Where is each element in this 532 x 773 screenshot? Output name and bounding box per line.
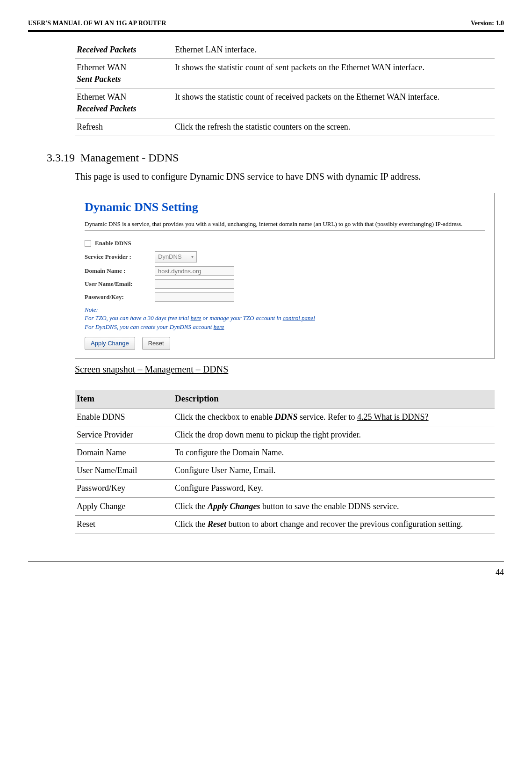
- note-text: For DynDNS, you can create your DynDNS a…: [85, 323, 214, 330]
- reset-button[interactable]: Reset: [142, 337, 170, 350]
- stats-row-desc: It shows the statistic count of received…: [173, 88, 495, 118]
- description-table: Item Description Enable DDNS Click the c…: [75, 390, 495, 533]
- item-cell: User Name/Email: [75, 462, 173, 480]
- screenshot-description: Dynamic DNS is a service, that provides …: [85, 220, 485, 231]
- table-row: Domain Name To configure the Domain Name…: [75, 444, 495, 461]
- user-name-row: User Name/Email:: [85, 279, 485, 289]
- table-row: Apply Change Click the Apply Changes but…: [75, 497, 495, 515]
- enable-ddns-label: Enable DDNS: [95, 239, 131, 248]
- footer-rule: [28, 562, 504, 562]
- stats-row-label: Ethernet WAN Received Packets: [75, 88, 173, 118]
- stats-row-label: Refresh: [75, 118, 173, 136]
- stats-row-desc: Click the refresh the statistic counters…: [173, 118, 495, 136]
- stats-row-desc: Ethernet LAN interface.: [173, 41, 495, 59]
- desc-bold: Reset: [208, 519, 226, 529]
- domain-name-label: Domain Name :: [85, 267, 155, 275]
- desc-cell: Configure User Name, Email.: [173, 462, 495, 480]
- password-row: Password/Key:: [85, 292, 485, 302]
- desc-bold: Apply Changes: [208, 502, 260, 511]
- desc-cell: Click the Reset button to abort change a…: [173, 515, 495, 533]
- page-number: 44: [28, 567, 504, 578]
- user-name-input[interactable]: [155, 279, 234, 289]
- desc-text: Click the: [175, 519, 208, 529]
- desc-bold: DDNS: [274, 412, 297, 422]
- header-right: Version: 1.0: [471, 19, 504, 28]
- desc-cell: Click the drop down menu to pickup the r…: [173, 426, 495, 444]
- service-provider-select[interactable]: DynDNS ▾: [155, 251, 197, 263]
- desc-cell: Click the checkbox to enable DDNS servic…: [173, 408, 495, 426]
- table-row: Password/Key Configure Password, Key.: [75, 480, 495, 497]
- table-row: User Name/Email Configure User Name, Ema…: [75, 462, 495, 480]
- desc-text: button to save the enable DDNS service.: [260, 502, 399, 511]
- dyndns-here-link[interactable]: here: [214, 323, 224, 330]
- section-number: 3.3.19: [47, 152, 75, 164]
- label-sub: Received Packets: [77, 104, 136, 113]
- what-is-ddns-link[interactable]: 4.25 What is DDNS?: [357, 412, 429, 422]
- item-cell: Domain Name: [75, 444, 173, 461]
- section-title: Management - DDNS: [80, 152, 179, 164]
- stats-row-label: Received Packets: [75, 41, 173, 59]
- screenshot-caption: Screen snapshot – Management – DDNS: [75, 363, 495, 376]
- user-name-label: User Name/Email:: [85, 280, 155, 288]
- item-cell: Enable DDNS: [75, 408, 173, 426]
- domain-name-input[interactable]: [155, 266, 234, 276]
- note-block: Note: For TZO, you can have a 30 days fr…: [85, 306, 485, 331]
- desc-header-description: Description: [173, 390, 495, 408]
- domain-name-row: Domain Name :: [85, 266, 485, 276]
- label-sub: Sent Packets: [77, 74, 121, 84]
- note-text: or manage your TZO account in: [201, 314, 282, 321]
- service-provider-row: Service Provider : DynDNS ▾: [85, 251, 485, 263]
- select-value: DynDNS: [158, 253, 182, 261]
- desc-cell: Click the Apply Changes button to save t…: [173, 497, 495, 515]
- item-cell: Apply Change: [75, 497, 173, 515]
- label-text: Received Packets: [77, 45, 136, 54]
- password-input[interactable]: [155, 292, 234, 302]
- desc-cell: Configure Password, Key.: [173, 480, 495, 497]
- desc-header-item: Item: [75, 390, 173, 408]
- service-provider-label: Service Provider :: [85, 253, 155, 261]
- desc-text: Click the: [175, 502, 208, 511]
- enable-ddns-checkbox[interactable]: [85, 240, 91, 247]
- item-cell: Service Provider: [75, 426, 173, 444]
- table-row: Reset Click the Reset button to abort ch…: [75, 515, 495, 533]
- apply-change-button[interactable]: Apply Change: [85, 337, 135, 350]
- stats-row-label: Ethernet WAN Sent Packets: [75, 58, 173, 88]
- stats-table: Received Packets Ethernet LAN interface.…: [75, 41, 495, 136]
- desc-text: service. Refer to: [297, 412, 357, 422]
- table-row: Service Provider Click the drop down men…: [75, 426, 495, 444]
- password-label: Password/Key:: [85, 293, 155, 301]
- section-heading: 3.3.19 Management - DDNS: [47, 150, 504, 166]
- header-rule: [28, 30, 504, 32]
- desc-cell: To configure the Domain Name.: [173, 444, 495, 461]
- note-head: Note:: [85, 306, 98, 313]
- button-row: Apply Change Reset: [85, 337, 485, 350]
- desc-text: Click the checkbox to enable: [175, 412, 274, 422]
- note-text: For TZO, you can have a 30 days free tri…: [85, 314, 191, 321]
- chevron-down-icon: ▾: [191, 254, 194, 260]
- item-cell: Reset: [75, 515, 173, 533]
- tzo-control-panel-link[interactable]: control panel: [283, 314, 315, 321]
- stats-row-desc: It shows the statistic count of sent pac…: [173, 58, 495, 88]
- header-left: USER'S MANUAL OF WLAN 11G AP ROUTER: [28, 19, 166, 28]
- screenshot-title: Dynamic DNS Setting: [85, 199, 485, 216]
- page-header: USER'S MANUAL OF WLAN 11G AP ROUTER Vers…: [28, 19, 504, 28]
- section-body: This page is used to configure Dynamic D…: [75, 169, 485, 183]
- label-text: Ethernet WAN: [77, 63, 126, 72]
- enable-ddns-row: Enable DDNS: [85, 239, 485, 248]
- ddns-screenshot: Dynamic DNS Setting Dynamic DNS is a ser…: [75, 193, 495, 359]
- desc-text: button to abort change and recover the p…: [226, 519, 463, 529]
- label-text: Ethernet WAN: [77, 92, 126, 102]
- tzo-trial-link[interactable]: here: [191, 314, 201, 321]
- table-row: Enable DDNS Click the checkbox to enable…: [75, 408, 495, 426]
- item-cell: Password/Key: [75, 480, 173, 497]
